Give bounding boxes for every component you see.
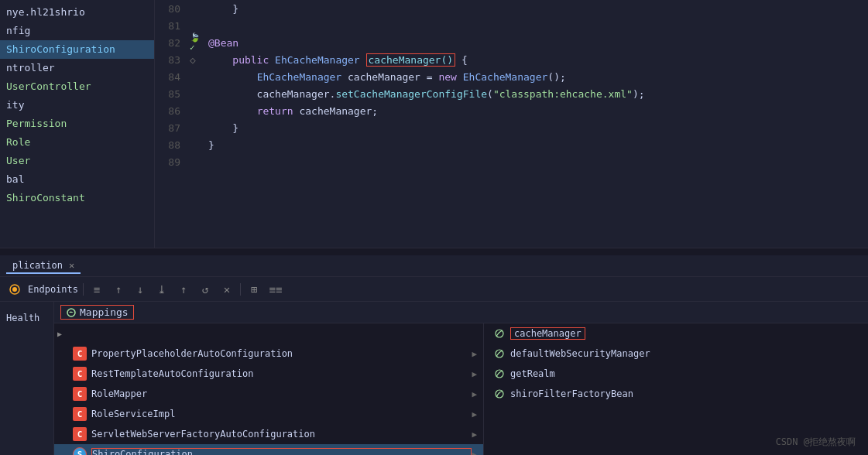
- endpoints-svg: [9, 283, 21, 296]
- list-item-1[interactable]: C RestTemplateAutoConfiguration ▶: [54, 364, 483, 384]
- line-num-84: 84: [155, 71, 190, 83]
- panel-tab-bar: plication ✕: [0, 255, 868, 277]
- toolbar-btn-download[interactable]: ⤓: [153, 281, 170, 298]
- list-item-3[interactable]: C RoleServiceImpl ▶: [54, 404, 483, 424]
- item-label-0: PropertyPlaceholderAutoConfiguration: [91, 348, 472, 359]
- code-editor: 80 } 81 82 🍃✓ @Bean 83 ◇ public Eh: [155, 0, 868, 248]
- right-icon-1: [493, 347, 506, 360]
- sidebar-item-bal[interactable]: bal: [0, 170, 154, 189]
- right-icon-2: [493, 368, 506, 380]
- endpoints-label: Endpoints: [28, 284, 78, 295]
- item-label-2: RoleMapper: [91, 388, 472, 399]
- list-item-2[interactable]: C RoleMapper ▶: [54, 384, 483, 404]
- line-content-85: cacheManager.setCacheManagerConfigFile("…: [205, 88, 868, 100]
- line-marker-83: ◇: [190, 54, 205, 66]
- sidebar-item-user-controller[interactable]: UserController: [0, 77, 154, 96]
- line-num-86: 86: [155, 105, 190, 117]
- line-content-84: EhCacheManager cacheManager = new EhCach…: [205, 71, 868, 83]
- item-icon-5: S: [73, 447, 87, 455]
- toolbar-btn-list[interactable]: ≡≡: [267, 281, 284, 298]
- line-marker-82: 🍃✓: [190, 32, 205, 53]
- line-content-88: }: [205, 139, 868, 151]
- sidebar-item-permission[interactable]: Permission: [0, 115, 154, 133]
- item-label-5: ShiroConfiguration: [91, 448, 472, 455]
- code-line-89: 89: [155, 153, 868, 170]
- line-content-83: public EhCacheManager cacheManager() {: [205, 54, 868, 66]
- sidebar-item-1[interactable]: nfig: [0, 22, 154, 40]
- panel-content: Health Mappings ▶: [0, 302, 868, 455]
- mappings-panel: Mappings ▶ C PropertyPlaceholderAutoConf…: [54, 302, 868, 455]
- toolbar-btn-down[interactable]: ↓: [132, 281, 149, 298]
- line-num-81: 81: [155, 20, 190, 32]
- line-content-86: return cacheManager;: [205, 105, 868, 117]
- mappings-icon: [66, 307, 77, 318]
- code-line-88: 88 }: [155, 136, 868, 153]
- toolbar-btn-close[interactable]: ✕: [218, 281, 235, 298]
- toolbar-btn-grid[interactable]: ⊞: [245, 281, 262, 298]
- item-arrow-3: ▶: [472, 409, 477, 419]
- tab-label: plication: [12, 260, 63, 271]
- endpoints-icon: [6, 281, 23, 298]
- sidebar-item-3[interactable]: ntroller: [0, 59, 154, 77]
- horizontal-scrollbar[interactable]: [0, 248, 868, 255]
- item-label-1: RestTemplateAutoConfiguration: [91, 368, 472, 379]
- right-item-2[interactable]: getRealm: [484, 364, 868, 384]
- toolbar-btn-up2[interactable]: ↑: [175, 281, 192, 298]
- line-num-89: 89: [155, 156, 190, 168]
- sidebar-item-role[interactable]: Role: [0, 133, 154, 152]
- sidebar-item-ity[interactable]: ity: [0, 96, 154, 115]
- list-item-4[interactable]: C ServletWebServerFactoryAutoConfigurati…: [54, 424, 483, 444]
- item-label-4: ServletWebServerFactoryAutoConfiguration: [91, 429, 472, 440]
- line-content-87: }: [205, 122, 868, 134]
- sidebar-item-shiro-constant[interactable]: ShiroConstant: [0, 189, 154, 207]
- list-item-5[interactable]: S ShiroConfiguration ▶: [54, 444, 483, 455]
- sidebar-item-shiro-config[interactable]: ShiroConfiguration: [0, 40, 154, 59]
- file-sidebar: nye.hl21shrio nfig ShiroConfiguration nt…: [0, 0, 155, 248]
- item-icon-3: C: [73, 407, 87, 421]
- code-line-84: 84 EhCacheManager cacheManager = new EhC…: [155, 68, 868, 85]
- line-num-88: 88: [155, 139, 190, 151]
- svg-point-1: [12, 287, 17, 292]
- code-line-82: 82 🍃✓ @Bean: [155, 34, 868, 51]
- bottom-panel: plication ✕ Endpoints ≡ ↑ ↓ ⤓ ↑ ↺ ✕ ⊞ ≡≡…: [0, 255, 868, 455]
- panel-tab-application[interactable]: plication ✕: [6, 258, 81, 274]
- spring-leaf-icon-2: [494, 368, 505, 379]
- code-line-86: 86 return cacheManager;: [155, 102, 868, 119]
- right-label-1: defaultWebSecurityManager: [510, 348, 650, 359]
- code-line-87: 87 }: [155, 119, 868, 136]
- line-num-82: 82: [155, 37, 190, 49]
- line-num-83: 83: [155, 54, 190, 66]
- right-item-3[interactable]: shiroFilterFactoryBean: [484, 384, 868, 404]
- spring-leaf-icon-0: [494, 328, 505, 339]
- toolbar-btn-refresh[interactable]: ↺: [197, 281, 214, 298]
- code-line-85: 85 cacheManager.setCacheManagerConfigFil…: [155, 85, 868, 102]
- sidebar-item-user[interactable]: User: [0, 152, 154, 170]
- right-item-1[interactable]: defaultWebSecurityManager: [484, 344, 868, 364]
- health-item[interactable]: Health: [0, 308, 53, 328]
- item-arrow-2: ▶: [472, 389, 477, 399]
- editor-area: nye.hl21shrio nfig ShiroConfiguration nt…: [0, 0, 868, 248]
- toolbar-sep-2: [240, 283, 241, 296]
- toolbar-btn-menu[interactable]: ≡: [88, 281, 105, 298]
- mappings-header: Mappings: [54, 302, 868, 323]
- item-arrow-4: ▶: [472, 429, 477, 440]
- expand-arrow-icon: ▶: [57, 330, 70, 338]
- tab-close-icon[interactable]: ✕: [69, 260, 74, 271]
- spring-leaf-icon-1: [494, 348, 505, 359]
- item-label-3: RoleServiceImpl: [91, 409, 472, 419]
- mappings-list: ▶ C PropertyPlaceholderAutoConfiguration…: [54, 323, 868, 455]
- toolbar-btn-up[interactable]: ↑: [110, 281, 127, 298]
- sidebar-item-0[interactable]: nye.hl21shrio: [0, 3, 154, 22]
- right-item-0[interactable]: cacheManager: [484, 323, 868, 344]
- right-label-0: cacheManager: [510, 327, 585, 340]
- list-expand-row[interactable]: ▶: [54, 323, 483, 344]
- watermark: CSDN @拒绝熬夜啊: [776, 436, 856, 449]
- left-list: ▶ C PropertyPlaceholderAutoConfiguration…: [54, 323, 484, 455]
- code-line-83: 83 ◇ public EhCacheManager cacheManager(…: [155, 51, 868, 68]
- line-content-82: @Bean: [205, 37, 868, 49]
- line-num-85: 85: [155, 88, 190, 100]
- list-item-0[interactable]: C PropertyPlaceholderAutoConfiguration ▶: [54, 344, 483, 364]
- code-line-80: 80 }: [155, 0, 868, 17]
- right-label-2: getRealm: [510, 368, 555, 379]
- item-icon-0: C: [73, 347, 87, 361]
